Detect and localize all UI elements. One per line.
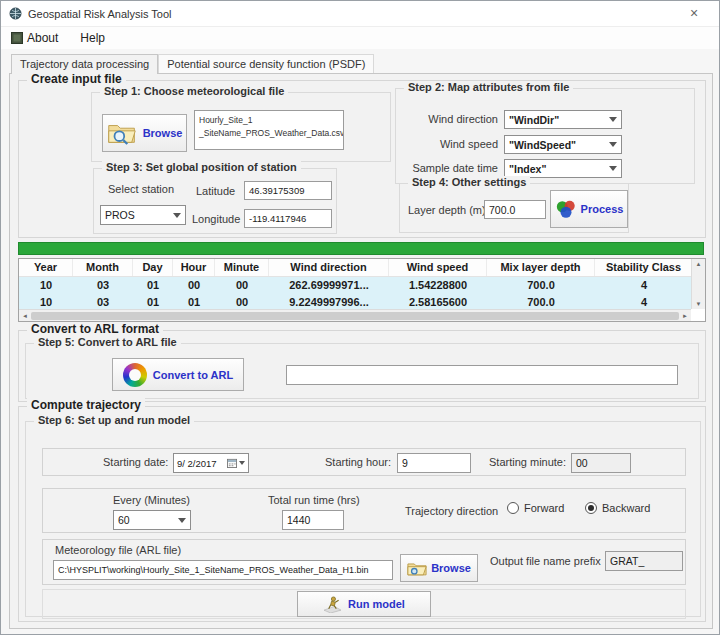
scroll-down-icon[interactable]: ▼ [696, 301, 702, 307]
hiker-icon [323, 596, 342, 613]
trajectory-direction-label: Trajectory direction [405, 505, 498, 517]
chevron-down-icon [609, 117, 617, 122]
step6-title: Step 6: Set up and run model [34, 414, 194, 426]
table-header-cell[interactable]: Hour [173, 259, 215, 276]
table-cell: 00 [215, 277, 269, 294]
menu-bar: About Help [1, 27, 719, 49]
app-window: Geospatial Risk Analysis Tool × About He… [0, 0, 720, 635]
station-select[interactable]: PROS [100, 205, 186, 225]
tab-trajectory-data-processing[interactable]: Trajectory data processing [11, 54, 158, 74]
chevron-down-icon [178, 518, 186, 523]
table-header-row: Year Month Day Hour Minute Wind directio… [19, 259, 691, 277]
every-minutes-label: Every (Minutes) [113, 494, 190, 506]
step3-box: Step 3: Set global position of station S… [93, 168, 337, 234]
backward-radio[interactable]: Backward [585, 502, 650, 514]
app-icon [9, 7, 22, 20]
compute-trajectory-group: Compute trajectory Step 6: Set up and ru… [18, 406, 706, 622]
table-cell: 700.0 [487, 277, 595, 294]
table-row[interactable]: 10 03 01 00 00 262.69999971... 1.5422880… [19, 277, 691, 294]
met-file-display: Hourly_Site_1 _SiteName_PROS_Weather_Dat… [194, 110, 344, 150]
longitude-label: Longitude [192, 213, 240, 225]
browse-met-file-button[interactable]: Browse [102, 114, 187, 152]
sample-date-time-label: Sample date time [396, 162, 498, 174]
rgb-circles-icon [555, 200, 577, 219]
starting-hour-input[interactable]: 9 [397, 453, 471, 473]
wind-speed-select[interactable]: "WindSpeed" [504, 135, 622, 154]
scroll-up-icon[interactable]: ▲ [696, 261, 702, 267]
longitude-input[interactable]: -119.4117946 [244, 209, 332, 228]
step6-box: Step 6: Set up and run model Starting da… [25, 421, 701, 617]
sample-date-time-value: "Index" [509, 163, 546, 175]
scroll-left-icon[interactable]: ◄ [22, 313, 28, 319]
scrollbar-thumb[interactable] [31, 312, 679, 320]
scroll-right-icon[interactable]: ► [682, 313, 688, 319]
output-prefix-input[interactable]: GRAT_ [605, 551, 683, 571]
step5-box: Step 5: Convert to ARL file Convert to A… [25, 343, 699, 399]
every-minutes-value: 60 [118, 514, 130, 526]
table-header-cell[interactable]: Day [133, 259, 173, 276]
process-button[interactable]: Process [550, 190, 628, 228]
table-header-cell[interactable]: Minute [215, 259, 269, 276]
run-model-panel: Run model [42, 589, 686, 619]
convert-to-arl-button[interactable]: Convert to ARL [112, 358, 244, 391]
latitude-input[interactable]: 46.39175309 [244, 181, 332, 200]
table-cell: 10 [19, 277, 73, 294]
run-model-button[interactable]: Run model [297, 591, 431, 617]
wind-direction-select[interactable]: "WindDir" [504, 110, 622, 129]
arl-file-input[interactable]: C:\HYSPLIT\working\Hourly_Site_1_SiteNam… [53, 560, 393, 580]
horizontal-scrollbar[interactable]: ◄ ► [19, 309, 691, 321]
layer-depth-label: Layer depth (m) [408, 204, 486, 216]
chevron-down-icon [239, 461, 245, 465]
create-input-title: Create input file [27, 72, 126, 86]
start-time-panel: Starting date: 9/ 2/2017 Starting hour: … [42, 448, 686, 476]
tab-strip: Trajectory data processing Potential sou… [11, 51, 709, 73]
table-header-cell[interactable]: Mix layer depth [487, 259, 595, 276]
layer-depth-input[interactable]: 700.0 [484, 200, 546, 219]
step4-title: Step 4: Other settings [408, 176, 530, 188]
station-value: PROS [105, 209, 135, 221]
menu-about[interactable]: About [11, 31, 58, 45]
tab-psdf[interactable]: Potential source density function (PSDF) [158, 54, 374, 74]
starting-date-picker[interactable]: 9/ 2/2017 [173, 453, 249, 473]
menu-help[interactable]: Help [80, 31, 105, 45]
convert-progress-bar [286, 365, 678, 385]
table-header-cell[interactable]: Month [73, 259, 133, 276]
total-run-time-input[interactable]: 1440 [282, 510, 344, 530]
table-header-cell[interactable]: Wind speed [389, 259, 487, 276]
browse-arl-file-label: Browse [431, 562, 471, 574]
browse-met-file-label: Browse [143, 127, 183, 139]
close-icon[interactable]: × [677, 1, 711, 26]
every-minutes-select[interactable]: 60 [113, 510, 191, 530]
starting-hour-label: Starting hour: [325, 456, 391, 468]
radio-selected-icon [585, 502, 597, 514]
browse-arl-file-button[interactable]: Browse [400, 554, 478, 582]
arl-file-label: Meteorology file (ARL file) [55, 544, 181, 556]
met-file-line1: Hourly_Site_1 [199, 114, 339, 127]
vertical-scrollbar[interactable]: ▲ ▼ [691, 259, 705, 309]
chevron-down-icon [173, 213, 181, 218]
table-cell: 03 [73, 277, 133, 294]
forward-radio[interactable]: Forward [507, 502, 564, 514]
about-icon [11, 32, 23, 44]
met-file-line2: _SiteName_PROS_Weather_Data.csv [199, 127, 339, 140]
menu-help-label: Help [80, 31, 105, 45]
table-header-cell[interactable]: Stability Class [595, 259, 693, 276]
starting-minute-input: 00 [571, 453, 631, 473]
wind-direction-label: Wind direction [396, 113, 498, 125]
met-file-panel: Meteorology file (ARL file) C:\HYSPLIT\w… [42, 539, 686, 585]
step1-title: Step 1: Choose meteorological file [100, 85, 288, 97]
step2-box: Step 2: Map attributes from file Wind di… [395, 88, 695, 184]
table-cell: 1.54228800 [389, 277, 487, 294]
create-input-group: Create input file Step 1: Choose meteoro… [18, 80, 706, 238]
menu-about-label: About [27, 31, 58, 45]
convert-arl-title: Convert to ARL format [27, 322, 163, 336]
table-header-cell[interactable]: Year [19, 259, 73, 276]
table-header-cell[interactable]: Wind direction [269, 259, 389, 276]
convert-to-arl-label: Convert to ARL [153, 369, 233, 381]
step2-title: Step 2: Map attributes from file [404, 81, 573, 93]
compute-trajectory-title: Compute trajectory [27, 398, 145, 412]
run-model-label: Run model [348, 598, 405, 610]
table-cell: 00 [173, 277, 215, 294]
starting-minute-label: Starting minute: [489, 456, 566, 468]
wind-speed-value: "WindSpeed" [509, 139, 576, 151]
